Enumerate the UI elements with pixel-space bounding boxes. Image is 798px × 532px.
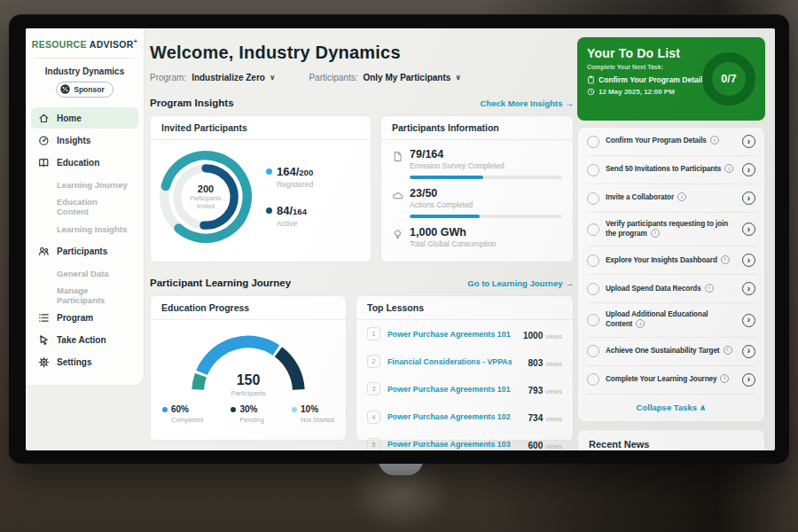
task-checkbox[interactable] <box>587 164 599 176</box>
info-icon: i <box>651 229 660 238</box>
lesson-title-link[interactable]: Power Purchase Agreements 102 <box>387 412 511 421</box>
sidebar-item-settings[interactable]: Settings <box>31 351 138 372</box>
sidebar-item-program[interactable]: Program <box>31 307 138 328</box>
lesson-row: 4 Power Purchase Agreements 102 734views <box>356 403 573 431</box>
participants-information-card: Participants Information 79/164 Emission… <box>380 115 574 262</box>
task-label: Explore Your Insights Dashboard <box>606 256 717 264</box>
task-row[interactable]: Achieve One Sustainability Targeti › <box>586 338 756 366</box>
legend-dot <box>266 168 272 175</box>
task-row[interactable]: Confirm Your Program Detailsi › <box>586 128 756 156</box>
program-filter-value: Industrialize Zero <box>192 73 265 82</box>
collapse-tasks-link[interactable]: Collapse Tasks ∧ <box>586 395 756 421</box>
info-icon: i <box>721 255 730 264</box>
arrow-right-icon: → <box>566 98 575 108</box>
lesson-rank: 4 <box>367 411 380 424</box>
info-icon: i <box>705 284 714 293</box>
todo-due-time: 12 May 2025, 12:00 PM <box>587 88 708 96</box>
task-row[interactable]: Verify participants requesting to join t… <box>586 213 756 246</box>
todo-hero-card: Your To Do List Complete Your Next Task:… <box>577 37 765 121</box>
sponsor-icon <box>60 84 70 94</box>
participants-filter-label: Participants: <box>309 73 357 82</box>
task-checkbox[interactable] <box>587 192 599 205</box>
info-icon: i <box>710 136 719 145</box>
task-checkbox[interactable] <box>587 373 599 386</box>
recent-news-title: Recent News <box>578 430 764 450</box>
task-checkbox[interactable] <box>587 136 599 148</box>
lesson-row: 2 Financial Considerations - VPPAs 803vi… <box>356 348 573 375</box>
task-open-button[interactable]: › <box>742 373 755 387</box>
go-to-learning-journey-link[interactable]: Go to Learning Journey→ <box>467 278 574 288</box>
sponsor-badge[interactable]: Sponsor <box>56 82 113 98</box>
lesson-title-link[interactable]: Financial Considerations - VPPAs <box>387 357 512 366</box>
info-icon: i <box>724 164 733 173</box>
cloud-icon <box>392 187 410 218</box>
task-row[interactable]: Complete Your Learning Journeyi › <box>586 366 756 395</box>
brand-primary: RESOURCE <box>32 39 87 50</box>
insights-icon <box>38 134 51 146</box>
participants-filter-dropdown[interactable]: Only My Participants ∨ <box>363 73 460 82</box>
gauge-legend: 60% Completed 30% Pending 10% Not Starte… <box>151 399 346 424</box>
task-checkbox[interactable] <box>587 283 599 295</box>
program-filter-dropdown[interactable]: Industrialize Zero ∨ <box>192 73 275 82</box>
sidebar-item-education-content[interactable]: Education Content <box>31 196 138 217</box>
stat-emission-survey: 79/164 Emission Survey Completed <box>392 148 562 179</box>
legend-dot <box>292 407 297 412</box>
chevron-up-icon: ∧ <box>700 403 707 412</box>
task-open-button[interactable]: › <box>742 163 755 176</box>
sidebar-item-take-action[interactable]: Take Action <box>31 329 138 350</box>
lesson-title-link[interactable]: Power Purchase Agreements 103 <box>387 440 511 449</box>
task-label: Send 50 Invitations to Participants <box>606 165 721 173</box>
education-progress-card: Education Progress 150 Participants 60% <box>150 295 347 441</box>
info-icon: i <box>720 374 729 383</box>
task-open-button[interactable]: › <box>742 223 755 236</box>
sponsor-label: Sponsor <box>74 85 104 94</box>
book-icon <box>38 156 51 168</box>
lesson-row: 1 Power Purchase Agreements 101 1000view… <box>356 320 573 348</box>
invited-donut-chart: 200 ParticipantsInvited <box>158 149 254 245</box>
task-open-button[interactable]: › <box>742 254 755 267</box>
sidebar-item-learning-insights[interactable]: Learning Insights <box>31 218 138 239</box>
top-lessons-card: Top Lessons 1 Power Purchase Agreements … <box>356 295 574 441</box>
lesson-title-link[interactable]: Power Purchase Agreements 101 <box>387 330 511 339</box>
sidebar-item-label: Manage Participants <box>57 286 131 305</box>
task-row[interactable]: Upload Spend Data Recordsi › <box>586 275 756 303</box>
lesson-rank: 1 <box>367 327 380 340</box>
check-more-insights-link[interactable]: Check More Insights→ <box>481 98 574 108</box>
todo-progress-ring: 0/7 <box>702 52 755 106</box>
todo-title: Your To Do List <box>587 46 708 60</box>
sidebar-item-education[interactable]: Education <box>31 152 138 173</box>
sidebar-item-general-data[interactable]: General Data <box>31 262 138 284</box>
sidebar-divider <box>35 58 135 59</box>
lesson-rank: 3 <box>367 382 380 395</box>
task-open-button[interactable]: › <box>742 314 755 327</box>
task-row[interactable]: Upload Additional Educational Contenti › <box>586 303 756 337</box>
task-open-button[interactable]: › <box>742 345 755 358</box>
card-title: Top Lessons <box>356 296 573 320</box>
sidebar-item-label: Insights <box>57 136 90 145</box>
sidebar-item-learning-journey[interactable]: Learning Journey <box>31 174 138 195</box>
sidebar-item-participants[interactable]: Participants <box>31 240 138 262</box>
lesson-title-link[interactable]: Power Purchase Agreements 101 <box>387 385 511 394</box>
card-title: Invited Participants <box>151 116 371 140</box>
task-checkbox[interactable] <box>587 345 599 357</box>
task-row[interactable]: Explore Your Insights Dashboardi › <box>586 246 756 275</box>
scene: RESOURCEADVISOR+ Industry Dynamics Spons… <box>0 0 798 532</box>
task-checkbox[interactable] <box>587 254 599 267</box>
task-checkbox[interactable] <box>587 314 599 326</box>
page-title: Welcome, Industry Dynamics <box>150 43 574 63</box>
sidebar-item-manage-participants[interactable]: Manage Participants <box>31 285 138 306</box>
legend-dot <box>231 407 236 412</box>
task-open-button[interactable]: › <box>742 192 755 205</box>
task-open-button[interactable]: › <box>742 135 755 148</box>
take-action-icon <box>38 333 51 346</box>
task-checkbox[interactable] <box>587 223 599 236</box>
task-row[interactable]: Send 50 Invitations to Participantsi › <box>586 156 756 184</box>
sidebar-item-label: Take Action <box>57 335 106 345</box>
sidebar-item-home[interactable]: Home <box>31 107 138 129</box>
brand-plus: + <box>134 38 137 44</box>
legend-dot <box>266 207 272 214</box>
task-open-button[interactable]: › <box>742 282 755 295</box>
task-row[interactable]: Invite a Collaboratori › <box>586 184 756 213</box>
sidebar-item-insights[interactable]: Insights <box>31 129 138 151</box>
donut-center-value: 200 <box>198 184 214 194</box>
